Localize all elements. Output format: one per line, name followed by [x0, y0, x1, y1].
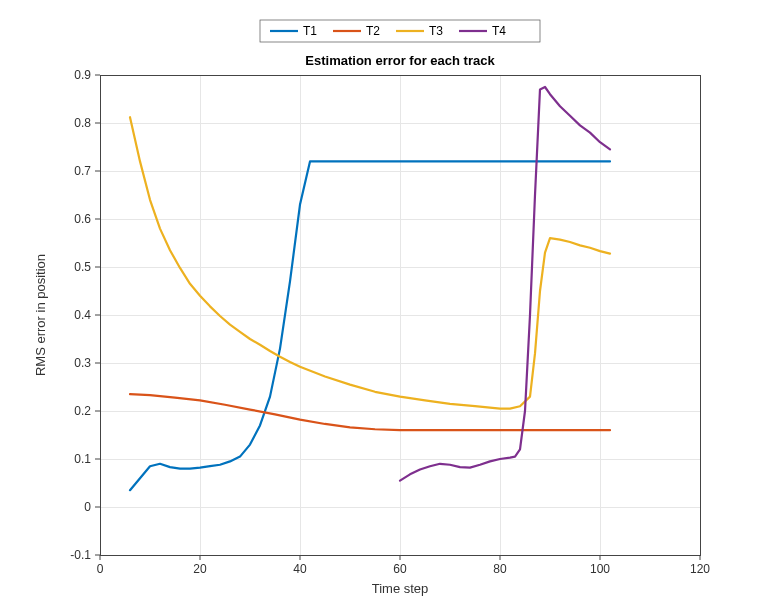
chart-title: Estimation error for each track	[305, 53, 495, 68]
x-tick-label: 100	[590, 562, 610, 576]
y-tick-label: -0.1	[70, 548, 91, 562]
x-tick-label: 40	[293, 562, 307, 576]
legend-label: T2	[366, 24, 380, 38]
y-tick-label: 0.6	[74, 212, 91, 226]
x-tick-label: 80	[493, 562, 507, 576]
legend-label: T4	[492, 24, 506, 38]
x-tick-label: 20	[193, 562, 207, 576]
y-tick-label: 0.5	[74, 260, 91, 274]
y-tick-label: 0.2	[74, 404, 91, 418]
y-tick-label: 0	[84, 500, 91, 514]
x-tick-label: 120	[690, 562, 710, 576]
x-tick-label: 0	[97, 562, 104, 576]
legend-label: T1	[303, 24, 317, 38]
y-tick-label: 0.4	[74, 308, 91, 322]
legend-label: T3	[429, 24, 443, 38]
y-tick-label: 0.3	[74, 356, 91, 370]
x-tick-label: 60	[393, 562, 407, 576]
y-tick-label: 0.7	[74, 164, 91, 178]
y-tick-label: 0.9	[74, 68, 91, 82]
y-tick-label: 0.8	[74, 116, 91, 130]
y-tick-label: 0.1	[74, 452, 91, 466]
y-axis-label: RMS error in position	[33, 254, 48, 376]
chart-svg: 020406080100120-0.100.10.20.30.40.50.60.…	[0, 0, 768, 614]
x-axis-label: Time step	[372, 581, 429, 596]
figure: 020406080100120-0.100.10.20.30.40.50.60.…	[0, 0, 768, 614]
